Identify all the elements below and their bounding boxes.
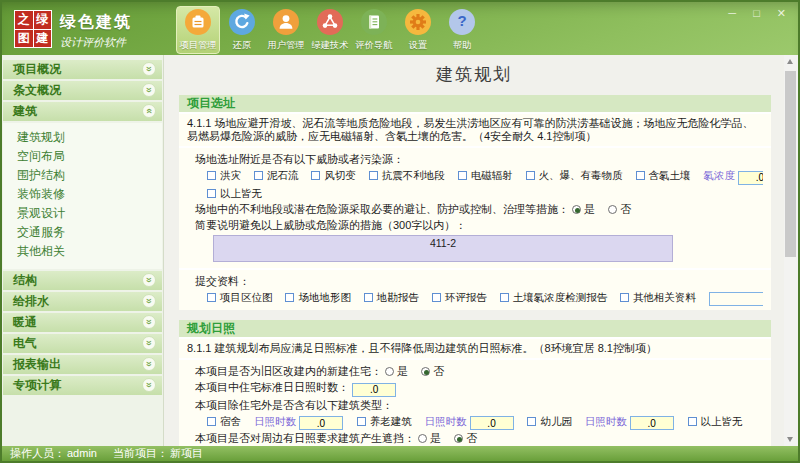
vertical-scrollbar[interactable] <box>784 55 798 446</box>
sidebar-section-report-output[interactable]: 报表输出 <box>3 355 162 374</box>
radio-shading-no[interactable]: 否 <box>454 432 477 444</box>
toolbar-item-user-management[interactable]: 用户管理 <box>264 6 308 54</box>
radio-label: 否 <box>433 365 444 377</box>
kindergarten-hours-input[interactable] <box>630 416 674 430</box>
checkbox-geological-report[interactable]: 地勘报告 <box>364 291 419 303</box>
radio-renewal-no[interactable]: 否 <box>421 365 444 377</box>
radio-shading-yes[interactable]: 是 <box>418 432 441 444</box>
checkbox-types-none[interactable]: 以上皆无 <box>688 415 743 427</box>
sidebar-item-decoration[interactable]: 装饰装修 <box>17 185 162 204</box>
checkbox-flood[interactable]: 洪灾 <box>207 169 241 181</box>
other-materials-input[interactable] <box>709 292 763 306</box>
checkbox-debris-flow[interactable]: 泥石流 <box>254 169 299 181</box>
section-label: 专项计算 <box>13 378 61 392</box>
toolbar-item-label: 绿建技术 <box>311 39 350 52</box>
checkbox-elderly-care[interactable]: 养老建筑 <box>357 415 412 427</box>
checkbox-box-icon <box>207 417 216 426</box>
checkbox-box-icon <box>311 171 320 180</box>
checkbox-radon-soil[interactable]: 含氡土壤 <box>636 169 691 181</box>
toolbar-item-label: 评价导航 <box>355 39 394 52</box>
checkbox-label: 土壤氡浓度检测报告 <box>513 291 608 303</box>
gear-icon <box>405 9 431 35</box>
site-form-block: 场地选址附近是否有以下威胁或者污染源： 洪灾 泥石流 风切变 抗震不利地段 电磁… <box>179 148 771 268</box>
checkbox-seismic-adverse-area[interactable]: 抗震不利地段 <box>369 169 445 181</box>
checkbox-label: 以上皆无 <box>701 415 743 427</box>
maximize-button[interactable]: □ <box>753 7 760 19</box>
sidebar-item-landscape-design[interactable]: 景观设计 <box>17 204 162 223</box>
title-bar: 之 绿 图 建 绿色建筑 设计评价软件 项目管理 还原 <box>2 2 798 55</box>
checkbox-dormitory[interactable]: 宿舍 <box>207 415 241 427</box>
sidebar-section-building[interactable]: 建筑 <box>3 102 162 121</box>
checkbox-box-icon <box>364 293 373 302</box>
radio-icon <box>418 434 427 443</box>
checkbox-box-icon <box>254 171 263 180</box>
scroll-down-button[interactable] <box>784 433 797 446</box>
checkbox-label: 含氡土壤 <box>649 169 691 181</box>
chevron-down-icon <box>142 315 156 329</box>
materials-checkbox-row: 项目区位图 场地地形图 地勘报告 环评报告 土壤氡浓度检测报告 其他相关资料 <box>207 290 763 307</box>
sidebar-section-plumbing[interactable]: 给排水 <box>3 292 162 311</box>
checkbox-box-icon <box>432 293 441 302</box>
section-label: 结构 <box>13 273 37 287</box>
sidebar-section-hvac[interactable]: 暖通 <box>3 313 162 332</box>
none-above-row: 以上皆无 <box>207 186 763 201</box>
checkbox-eia-report[interactable]: 环评报告 <box>432 291 487 303</box>
scroll-thumb[interactable] <box>785 71 796 257</box>
app-logo: 之 绿 图 建 <box>14 10 52 48</box>
checkbox-fire-explosive-toxic[interactable]: 火、爆、有毒物质 <box>526 169 623 181</box>
scroll-up-button[interactable] <box>784 55 797 68</box>
operator-label: 操作人员： <box>10 447 65 459</box>
radio-measures-no[interactable]: 否 <box>608 203 631 215</box>
sidebar-section-project-overview[interactable]: 项目概况 <box>3 60 162 79</box>
types-question: 本项目除住宅外是否含有以下建筑类型： <box>195 398 763 413</box>
logo-seal-cell: 绿 <box>34 11 52 29</box>
toolbar-item-label: 还原 <box>223 39 262 52</box>
checkbox-wind-shear[interactable]: 风切变 <box>311 169 356 181</box>
app-window: 之 绿 图 建 绿色建筑 设计评价软件 项目管理 还原 <box>0 0 800 463</box>
project-notebook-icon <box>185 9 211 35</box>
sidebar-section-clause-overview[interactable]: 条文概况 <box>3 81 162 100</box>
elderly-hours-input[interactable] <box>470 416 514 430</box>
sidebar-item-envelope-structure[interactable]: 围护结构 <box>17 166 162 185</box>
checkbox-terrain-map[interactable]: 场地地形图 <box>285 291 351 303</box>
checkbox-label: 电磁辐射 <box>471 169 513 181</box>
standard-day-hours-input[interactable] <box>352 383 396 397</box>
chevron-down-icon <box>142 83 156 97</box>
brief-textarea[interactable]: 411-2 <box>213 235 673 262</box>
project-label: 当前项目： <box>113 447 168 459</box>
checkbox-none-above[interactable]: 以上皆无 <box>207 187 262 199</box>
sidebar-item-building-planning[interactable]: 建筑规划 <box>17 128 162 147</box>
sidebar-item-space-layout[interactable]: 空间布局 <box>17 147 162 166</box>
minimize-button[interactable]: ─ <box>728 7 736 19</box>
clause-text: 8.1.1 建筑规划布局应满足日照标准，且不得降低周边建筑的日照标准。（8环境宜… <box>179 339 771 358</box>
sidebar-section-special-calc[interactable]: 专项计算 <box>3 376 162 395</box>
checkbox-kindergarten[interactable]: 幼儿园 <box>527 415 572 427</box>
toolbar-item-restore[interactable]: 还原 <box>220 6 264 54</box>
checkbox-other-materials[interactable]: 其他相关资料 <box>620 291 696 303</box>
radio-selected-icon <box>421 367 430 376</box>
close-button[interactable]: ✕ <box>777 7 786 19</box>
sidebar-item-transport-service[interactable]: 交通服务 <box>17 223 162 242</box>
chevron-down-icon <box>142 378 156 392</box>
sidebar-item-other-related[interactable]: 其他相关 <box>17 242 162 261</box>
radio-label: 是 <box>584 203 595 215</box>
toolbar-item-evaluation-nav[interactable]: 评价导航 <box>352 6 396 54</box>
toolbar-item-settings[interactable]: 设置 <box>396 6 440 54</box>
toolbar-item-help[interactable]: 帮助 <box>440 6 484 54</box>
toolbar-item-project-management[interactable]: 项目管理 <box>176 6 220 54</box>
toolbar-item-green-tech[interactable]: 绿建技术 <box>308 6 352 54</box>
radio-renewal-yes[interactable]: 是 <box>385 365 408 377</box>
checkbox-emi[interactable]: 电磁辐射 <box>458 169 513 181</box>
dormitory-hours-input[interactable] <box>299 416 343 430</box>
radon-input[interactable] <box>738 171 763 185</box>
kindergarten-hours-label: 日照时数 <box>585 415 627 427</box>
checkbox-radon-test-report[interactable]: 土壤氡浓度检测报告 <box>500 291 608 303</box>
sidebar-section-electrical[interactable]: 电气 <box>3 334 162 353</box>
section-label: 暖通 <box>13 315 37 329</box>
radio-selected-icon <box>454 434 463 443</box>
radio-measures-yes[interactable]: 是 <box>572 203 595 215</box>
toolbar-item-label: 设置 <box>399 39 438 52</box>
sidebar-section-structure[interactable]: 结构 <box>3 271 162 290</box>
checkbox-location-map[interactable]: 项目区位图 <box>207 291 273 303</box>
sidebar: 项目概况 条文概况 建筑 建筑规划 空间布局 围护结构 装饰装修 景观设计 交通… <box>2 55 164 446</box>
